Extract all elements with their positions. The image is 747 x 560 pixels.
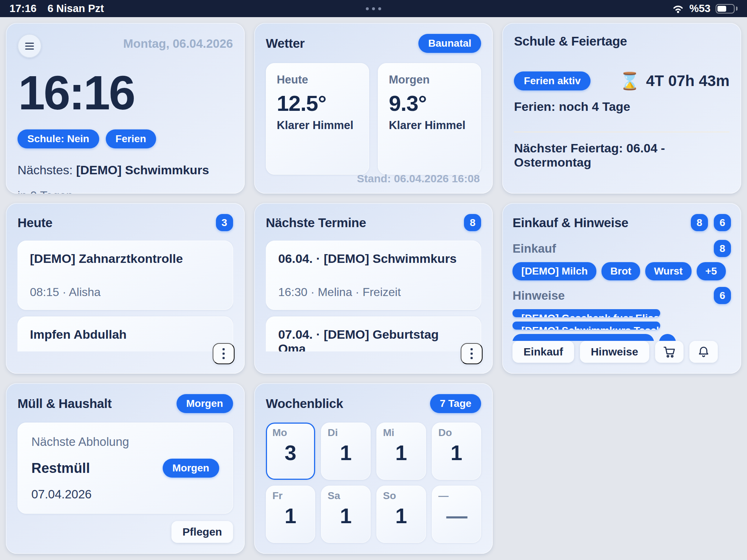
- appointments-title: Nächste Termine: [266, 215, 366, 230]
- waste-card: Müll & Haushalt Morgen Nächste Abholung …: [6, 383, 245, 554]
- dashboard-grid: Montag, 06.04.2026 16:16 Schule: Nein Fe…: [0, 17, 747, 560]
- waste-next-pickup-tile[interactable]: Nächste Abholung Restmüll Morgen 07.04.2…: [18, 423, 233, 514]
- location-badge: Baunatal: [418, 34, 481, 53]
- notes-tab-button[interactable]: Hinweise: [580, 341, 649, 363]
- kebab-icon: [471, 348, 473, 350]
- today-title: Heute: [18, 215, 53, 230]
- weather-card: Wetter Baunatal Heute 12.5° Klarer Himme…: [254, 23, 493, 194]
- wifi-icon: [672, 4, 684, 13]
- bell-icon: [697, 345, 711, 359]
- empty-grid-cell: [502, 383, 741, 554]
- shopping-chip[interactable]: Brot: [601, 262, 640, 280]
- pflegen-button[interactable]: Pflegen: [171, 521, 233, 543]
- status-bar: 17:16 6 Nisan Pzt %53: [0, 0, 747, 17]
- weather-temp: 9.3°: [389, 91, 470, 116]
- battery-percent: %53: [689, 3, 711, 15]
- day-cell-do[interactable]: Do 1: [432, 423, 481, 480]
- weather-day-label: Morgen: [389, 73, 470, 86]
- home-indicator-dots: [366, 7, 381, 10]
- next-event-countdown: in 0 Tagen: [18, 189, 233, 194]
- today-card: Heute 3 [DEMO] Zahnarztkontrolle 08:15 ·…: [6, 203, 245, 374]
- shopping-title: Einkauf & Hinweise: [512, 215, 628, 230]
- shopping-total-badge: 8: [691, 214, 708, 231]
- battery-icon: [716, 4, 735, 13]
- shopping-count-badge: 8: [714, 240, 731, 257]
- weather-condition: Klarer Himmel: [389, 119, 470, 132]
- appointments-count-badge: 8: [464, 214, 481, 231]
- week-grid: Mo 3 Di 1 Mi 1 Do 1 Fr 1 Sa 1: [266, 423, 481, 543]
- cart-button[interactable]: [655, 341, 684, 363]
- note-chips: [DEMO] Geschenk fuer Elias besorg [DEMO]…: [512, 309, 731, 341]
- clock-date: Montag, 06.04.2026: [123, 37, 233, 51]
- shopping-chip-more[interactable]: +5: [697, 262, 726, 280]
- bell-button[interactable]: [689, 341, 718, 363]
- holiday-countdown: 4T 07h 43m: [646, 72, 729, 90]
- week-badge: 7 Tage: [430, 394, 481, 413]
- today-list: [DEMO] Zahnarztkontrolle 08:15 · Alisha …: [18, 241, 233, 351]
- status-date: 6 Nisan Pzt: [47, 3, 104, 15]
- day-cell-fr[interactable]: Fr 1: [266, 486, 316, 543]
- waste-date: 07.04.2026: [31, 487, 219, 501]
- week-title: Wochenblick: [266, 396, 343, 411]
- waste-title: Müll & Haushalt: [18, 396, 112, 411]
- waste-type-badge: Morgen: [163, 459, 219, 478]
- day-cell-mo[interactable]: Mo 3: [266, 423, 316, 480]
- status-time: 17:16: [9, 3, 36, 15]
- weather-day-label: Heute: [277, 73, 358, 86]
- shopping-section-label: Einkauf: [512, 242, 556, 256]
- clock-time: 16:16: [18, 69, 233, 117]
- hourglass-icon: ⌛: [619, 71, 640, 91]
- weather-title: Wetter: [266, 36, 305, 51]
- notes-count-badge: 6: [714, 287, 731, 304]
- today-item[interactable]: [DEMO] Zahnarztkontrolle 08:15 · Alisha: [18, 241, 233, 310]
- school-status-badge: Schule: Nein: [18, 129, 99, 148]
- weather-tomorrow-tile: Morgen 9.3° Klarer Himmel: [378, 63, 481, 175]
- appointments-list: 06.04. · [DEMO] Schwimmkurs 16:30 · Meli…: [266, 241, 481, 351]
- notes-section-label: Hinweise: [512, 289, 565, 303]
- ferien-badge: Ferien: [106, 129, 156, 148]
- notes-total-badge: 6: [714, 214, 731, 231]
- shopping-tab-button[interactable]: Einkauf: [512, 341, 574, 363]
- appointment-item[interactable]: 06.04. · [DEMO] Schwimmkurs 16:30 · Meli…: [266, 241, 481, 310]
- note-chip[interactable]: [DEMO] Geschenk fuer Elias besorg: [512, 309, 660, 317]
- note-chip[interactable]: [DEMO] Schwimmkurs Tasche pack: [512, 322, 660, 330]
- weather-updated-at: Stand: 06.04.2026 16:08: [357, 172, 480, 185]
- appointment-item[interactable]: 07.04. · [DEMO] Geburtstag Oma: [266, 316, 481, 351]
- day-cell-sa[interactable]: Sa 1: [321, 486, 371, 543]
- waste-badge: Morgen: [177, 394, 233, 413]
- day-cell-di[interactable]: Di 1: [321, 423, 371, 480]
- hamburger-icon: [25, 43, 34, 44]
- weather-today-tile: Heute 12.5° Klarer Himmel: [266, 63, 369, 175]
- next-pickup-label: Nächste Abholung: [31, 435, 219, 449]
- week-card: Wochenblick 7 Tage Mo 3 Di 1 Mi 1 Do 1 F…: [254, 383, 493, 554]
- today-more-button[interactable]: [213, 343, 235, 364]
- vacation-note: Ferien: noch 4 Tage: [514, 100, 729, 114]
- shopping-chips: [DEMO] Milch Brot Wurst +5: [512, 262, 731, 280]
- day-cell-mi[interactable]: Mi 1: [376, 423, 426, 480]
- day-cell-empty: — —: [432, 486, 481, 543]
- kebab-icon: [222, 348, 225, 350]
- appointments-card: Nächste Termine 8 06.04. · [DEMO] Schwim…: [254, 203, 493, 374]
- menu-button[interactable]: [18, 34, 42, 58]
- note-chip-clipped: [512, 334, 654, 341]
- weather-condition: Klarer Himmel: [277, 119, 358, 132]
- today-count-badge: 3: [216, 214, 233, 231]
- cart-icon: [662, 345, 676, 359]
- waste-type: Restmüll: [31, 460, 90, 476]
- note-chip-clipped: [659, 334, 676, 341]
- shopping-chip[interactable]: [DEMO] Milch: [512, 262, 596, 280]
- weather-temp: 12.5°: [277, 91, 358, 116]
- shopping-chip[interactable]: Wurst: [645, 262, 692, 280]
- school-title: Schule & Feiertage: [514, 34, 627, 48]
- ferien-aktiv-badge: Ferien aktiv: [514, 71, 591, 90]
- shopping-notes-card: Einkauf & Hinweise 8 6 Einkauf 8 [DEMO] …: [502, 203, 741, 374]
- appointments-more-button[interactable]: [461, 343, 483, 364]
- clock-card: Montag, 06.04.2026 16:16 Schule: Nein Fe…: [6, 23, 245, 194]
- school-holidays-card: Schule & Feiertage Ferien aktiv ⌛ 4T 07h…: [502, 23, 741, 194]
- day-cell-so[interactable]: So 1: [376, 486, 426, 543]
- next-event-line: Nächstes: [DEMO] Schwimmkurs: [18, 163, 233, 177]
- next-holiday: Nächster Feiertag: 06.04 - Ostermontag: [514, 132, 729, 170]
- today-item[interactable]: Impfen Abdullah: [18, 316, 233, 351]
- next-event-title: [DEMO] Schwimmkurs: [76, 163, 209, 177]
